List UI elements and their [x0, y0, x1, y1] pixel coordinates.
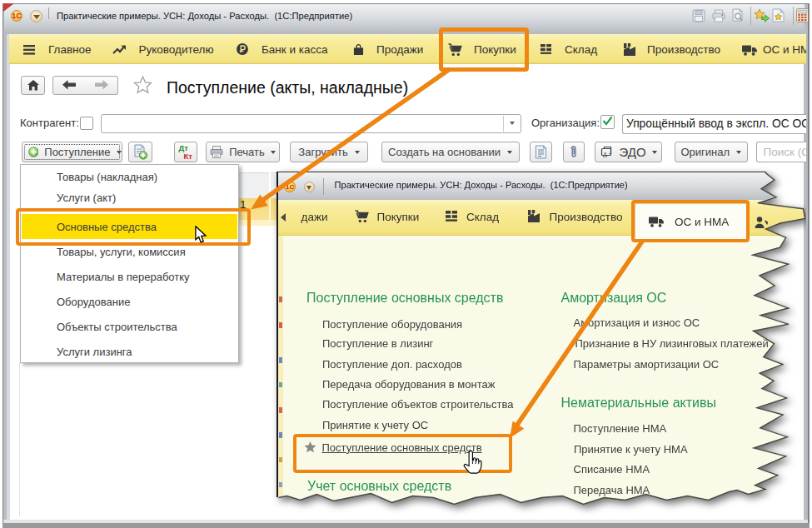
svg-text:я: я: [604, 151, 606, 156]
